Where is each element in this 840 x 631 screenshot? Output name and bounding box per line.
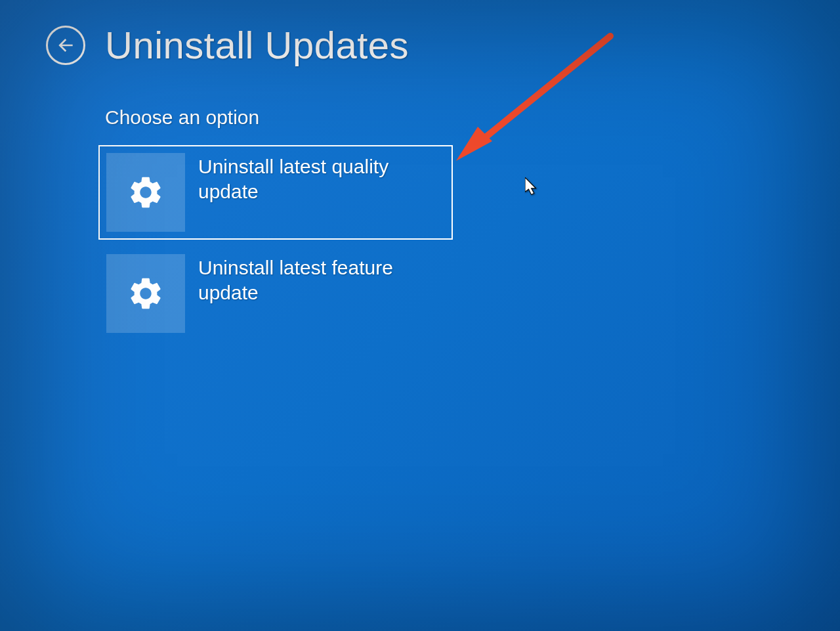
- subtitle: Choose an option: [105, 106, 840, 129]
- options-list: Uninstall latest quality update Uninstal…: [98, 145, 840, 341]
- page-title: Uninstall Updates: [105, 23, 409, 67]
- arrow-left-icon: [55, 35, 76, 56]
- gear-icon: [127, 274, 165, 313]
- back-button[interactable]: [46, 26, 85, 65]
- option-label: Uninstall latest quality update: [198, 154, 445, 204]
- option-uninstall-quality-update[interactable]: Uninstall latest quality update: [98, 145, 453, 240]
- gear-icon: [127, 173, 165, 211]
- option-icon-box: [106, 153, 185, 232]
- option-uninstall-feature-update[interactable]: Uninstall latest feature update: [98, 246, 453, 341]
- page-header: Uninstall Updates: [0, 0, 840, 67]
- option-icon-box: [106, 254, 185, 333]
- option-label: Uninstall latest feature update: [198, 255, 445, 305]
